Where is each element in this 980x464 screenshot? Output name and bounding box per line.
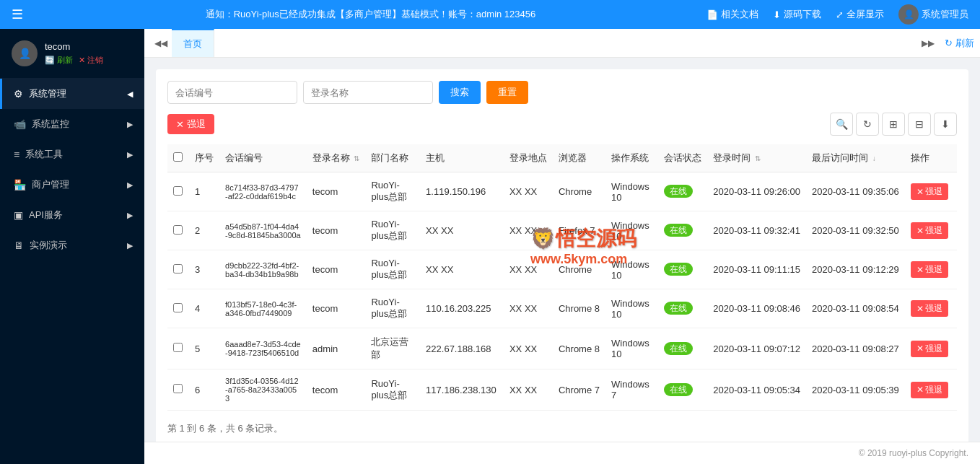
row-host: 222.67.188.168 [420, 328, 504, 369]
layout-icon-button[interactable]: ⊟ [908, 113, 931, 136]
source-button[interactable]: ⬇ 源码下载 [773, 8, 821, 21]
row-os: Windows 10 [605, 250, 658, 289]
export-icon-button[interactable]: ⬇ [934, 113, 957, 136]
table-body: 1 8c714f33-87d3-4797-af22-c0ddaf619b4c t… [167, 172, 957, 411]
sidebar-item-api-service[interactable]: ▣ API服务 ▶ [0, 200, 144, 230]
tab-prev-button[interactable]: ◀◀ [150, 35, 172, 51]
row-name: tecom [307, 289, 366, 328]
row-checkbox[interactable] [173, 264, 183, 273]
data-table: 序号 会话编号 登录名称 ⇅ 部门名称 主机 登录地点 浏览器 操作系统 会话状… [167, 144, 957, 411]
exit-icon: ✕ [916, 187, 924, 197]
row-session: f013bf57-18e0-4c3f-a346-0fbd7449009 [219, 289, 307, 328]
force-exit-all-button[interactable]: ✕ 强退 [167, 114, 214, 134]
tab-home-label: 首页 [183, 38, 202, 51]
sidebar-user-info: tecom 🔄 刷新 ✕ 注销 [45, 41, 103, 66]
row-seq: 3 [189, 250, 219, 289]
row-status: 在线 [658, 172, 708, 211]
row-seq: 1 [189, 172, 219, 211]
user-menu[interactable]: 👤 系统管理员 [898, 4, 968, 25]
row-location: XX XX [504, 289, 553, 328]
table-row: 4 f013bf57-18e0-4c3f-a346-0fbd7449009 te… [167, 289, 957, 328]
reset-button[interactable]: 重置 [486, 81, 528, 104]
refresh-icon-button[interactable]: ↻ [856, 113, 879, 136]
row-dept: RuoYi-plus总部 [365, 172, 420, 211]
th-os: 操作系统 [605, 144, 658, 172]
tab-home[interactable]: 首页 [172, 29, 214, 57]
row-last-time: 2020-03-11 09:35:06 [806, 172, 905, 211]
exit-icon: ✕ [916, 343, 924, 354]
status-badge: 在线 [664, 185, 693, 198]
fullscreen-button[interactable]: ⤢ 全屏显示 [836, 8, 884, 21]
row-dept: RuoYi-plus总部 [365, 250, 420, 289]
row-session: d9cbb222-32fd-4bf2-ba34-db34b1b9a98b [219, 250, 307, 289]
filter-session-input[interactable] [167, 81, 297, 104]
th-session: 会话编号 [219, 144, 307, 172]
row-name: admin [307, 328, 366, 369]
tab-next-button[interactable]: ▶▶ [917, 35, 939, 51]
row-checkbox[interactable] [173, 303, 183, 312]
tools-icon: ≡ [14, 149, 19, 160]
row-session: 6aaad8e7-3d53-4cde-9418-723f5406510d [219, 328, 307, 369]
sidebar-item-demo[interactable]: 🖥 实例演示 ▶ [0, 230, 144, 261]
sidebar-item-system-tools[interactable]: ≡ 系统工具 ▶ [0, 139, 144, 170]
row-browser: Chrome 8 [553, 328, 605, 369]
sidebar-item-system-mgmt[interactable]: ⚙ 系统管理 ◀ [0, 79, 144, 109]
demo-icon: 🖥 [14, 240, 24, 251]
row-op: ✕强退 [905, 289, 957, 328]
row-force-exit-button[interactable]: ✕强退 [911, 222, 948, 239]
row-force-exit-button[interactable]: ✕强退 [911, 341, 948, 357]
sidebar-item-merchant-mgmt[interactable]: 🏪 商户管理 ▶ [0, 170, 144, 200]
status-badge: 在线 [664, 383, 693, 396]
row-checkbox-cell [167, 211, 189, 250]
row-browser: Chrome 7 [553, 369, 605, 411]
sidebar-logout-button[interactable]: ✕ 注销 [79, 55, 103, 66]
row-dept: RuoYi-plus总部 [365, 369, 420, 411]
table-row: 5 6aaad8e7-3d53-4cde-9418-723f5406510d a… [167, 328, 957, 369]
select-all-checkbox[interactable] [173, 152, 183, 162]
sidebar-item-system-monitor[interactable]: 📹 系统监控 ▶ [0, 109, 144, 139]
row-host: XX XX [420, 250, 504, 289]
row-dept: RuoYi-plus总部 [365, 211, 420, 250]
sidebar-user-actions: 🔄 刷新 ✕ 注销 [45, 55, 103, 66]
columns-icon-button[interactable]: ⊞ [882, 113, 905, 136]
row-last-time: 2020-03-11 09:05:39 [806, 369, 905, 411]
row-checkbox[interactable] [173, 384, 183, 393]
page-content: 🦁悟空源码 www.5kym.com 搜索 重置 ✕ 强退 [144, 58, 980, 442]
docs-button[interactable]: 📄 相关文档 [706, 8, 758, 21]
row-force-exit-button[interactable]: ✕强退 [911, 183, 948, 200]
row-checkbox-cell [167, 369, 189, 411]
row-force-exit-button[interactable]: ✕强退 [911, 382, 948, 398]
row-checkbox[interactable] [173, 343, 183, 352]
status-badge: 在线 [664, 302, 693, 315]
status-badge: 在线 [664, 224, 693, 237]
row-checkbox-cell [167, 172, 189, 211]
row-checkbox[interactable] [173, 225, 183, 235]
row-force-exit-button[interactable]: ✕强退 [911, 261, 948, 278]
row-checkbox[interactable] [173, 186, 183, 196]
th-browser: 浏览器 [553, 144, 605, 172]
row-host: 117.186.238.130 [420, 369, 504, 411]
header-actions: 📄 相关文档 ⬇ 源码下载 ⤢ 全屏显示 👤 系统管理员 [706, 4, 968, 25]
row-os: Windows 10 [605, 172, 658, 211]
refresh-tab-button[interactable]: ↻ 刷新 [945, 37, 974, 50]
row-os: Windows 10 [605, 211, 658, 250]
sidebar-refresh-button[interactable]: 🔄 刷新 [45, 55, 73, 66]
th-status: 会话状态 [658, 144, 708, 172]
menu-toggle-icon[interactable]: ☰ [12, 6, 23, 22]
th-checkbox [167, 144, 189, 172]
row-force-exit-button[interactable]: ✕强退 [911, 300, 948, 317]
row-name: tecom [307, 369, 366, 411]
chevron-icon: ▶ [127, 241, 133, 250]
fullscreen-icon: ⤢ [836, 9, 844, 20]
th-dept: 部门名称 [365, 144, 420, 172]
search-button[interactable]: 搜索 [439, 81, 481, 104]
footer: © 2019 ruoyi-plus Copyright. [144, 442, 980, 464]
row-status: 在线 [658, 289, 708, 328]
inner-content: 🦁悟空源码 www.5kym.com 搜索 重置 ✕ 强退 [156, 69, 968, 442]
search-icon-button[interactable]: 🔍 [830, 113, 853, 136]
exit-icon: ✕ [916, 304, 924, 314]
filter-name-input[interactable] [303, 81, 433, 104]
row-host: 110.16.203.225 [420, 289, 504, 328]
api-icon: ▣ [14, 209, 23, 221]
th-seq: 序号 [189, 144, 219, 172]
